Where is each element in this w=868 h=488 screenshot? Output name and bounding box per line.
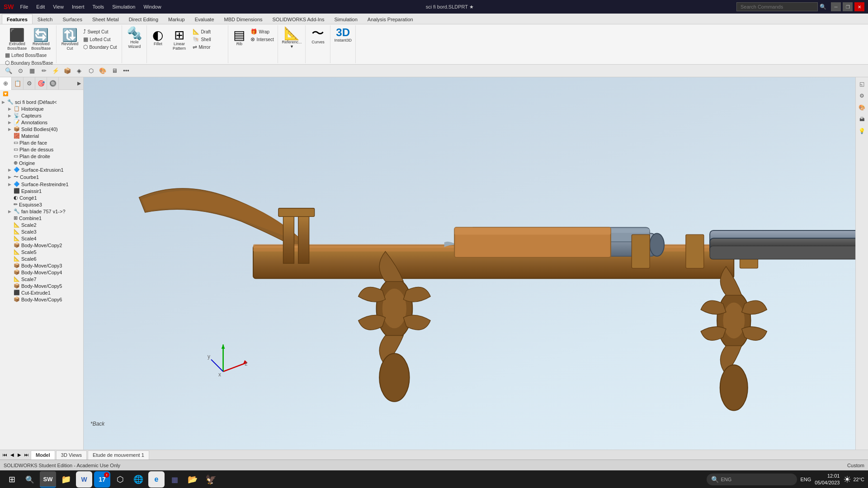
tree-item[interactable]: ▶🔧sci fi bord (Défaut< bbox=[0, 99, 83, 105]
tree-item[interactable]: ▭Plan de droite bbox=[0, 153, 83, 160]
tree-item[interactable]: ▶〜Courbe1 bbox=[0, 173, 83, 181]
taskbar-search[interactable]: 🔍 bbox=[22, 471, 38, 488]
tree-item[interactable]: 📐Scale6 bbox=[0, 255, 83, 262]
btn-swept-cut[interactable]: ⤴ Swept Cut bbox=[82, 28, 118, 35]
minimize-button[interactable]: ─ bbox=[831, 2, 841, 11]
tab-3d-views[interactable]: 3D Views bbox=[56, 450, 87, 460]
menu-item-simulation[interactable]: Simulation bbox=[110, 3, 137, 10]
btn-boundary-boss[interactable]: ⬡ Boundary Boss/Base bbox=[4, 59, 54, 66]
taskbar-badge17[interactable]: 17 ! bbox=[94, 471, 110, 488]
panel-tab-display[interactable]: 🔘 bbox=[47, 77, 59, 90]
menu-item-file[interactable]: File bbox=[19, 3, 30, 10]
tree-item[interactable]: ⬛Epaissir1 bbox=[0, 188, 83, 194]
tab-motion-study[interactable]: Etude de mouvement 1 bbox=[88, 450, 149, 460]
tab-analysis-preparation[interactable]: Analysis Preparation bbox=[363, 14, 418, 24]
taskbar-hexapp[interactable]: ⬡ bbox=[112, 471, 128, 488]
tree-item[interactable]: 📦Body-Move/Copy5 bbox=[0, 282, 83, 289]
tree-item[interactable]: ◐Congé1 bbox=[0, 194, 83, 201]
close-button[interactable]: ✕ bbox=[854, 2, 864, 11]
panel-tab-feature-manager[interactable]: ⊕ bbox=[0, 77, 12, 90]
menu-item-edit[interactable]: Edit bbox=[34, 3, 47, 10]
tab-simulation[interactable]: Simulation bbox=[329, 14, 362, 24]
nav-next[interactable]: ▶ bbox=[16, 452, 23, 458]
tree-item[interactable]: ⊞Combine1 bbox=[0, 215, 83, 221]
panel-expand-arrow[interactable]: ▶ bbox=[75, 77, 83, 90]
viewport[interactable]: x y z *Back bbox=[84, 77, 855, 450]
view-tool-display[interactable]: 🖥 bbox=[109, 66, 119, 76]
btn-wrap[interactable]: 🎁 Wrap bbox=[249, 28, 275, 35]
menu-item-insert[interactable]: Insert bbox=[70, 3, 86, 10]
tab-markup[interactable]: Markup bbox=[163, 14, 190, 24]
taskbar-teams[interactable]: ▦ bbox=[166, 471, 183, 488]
tab-sketch[interactable]: Sketch bbox=[33, 14, 58, 24]
taskbar-eagle[interactable]: 🦅 bbox=[203, 471, 219, 488]
taskbar-solidworks[interactable]: SW bbox=[40, 471, 56, 488]
btn-hole-wizard[interactable]: 🔩 HoleWizard bbox=[125, 26, 144, 50]
menu-item-view[interactable]: View bbox=[51, 3, 66, 10]
tree-item[interactable]: ⊕Origine bbox=[0, 160, 83, 166]
tree-item[interactable]: ▭Plan de dessus bbox=[0, 146, 83, 153]
tree-item[interactable]: 📐Scale4 bbox=[0, 235, 83, 242]
tree-item[interactable]: 📐Scale3 bbox=[0, 228, 83, 235]
tree-item[interactable]: 📦Body-Move/Copy3 bbox=[0, 262, 83, 269]
tab-surfaces[interactable]: Surfaces bbox=[58, 14, 87, 24]
view-tool-pen[interactable]: ✏ bbox=[39, 66, 49, 76]
taskbar-chrome[interactable]: 🌐 bbox=[130, 471, 146, 488]
btn-lofted-boss[interactable]: ▦ Lofted Boss/Base bbox=[4, 52, 54, 59]
btn-revolved-cut[interactable]: 🔃 RevolvedCut bbox=[58, 28, 81, 52]
right-btn-view-cube[interactable]: ◱ bbox=[857, 79, 867, 89]
nav-prev[interactable]: ◀ bbox=[9, 452, 15, 458]
btn-reference[interactable]: 📐 Referenc...▼ bbox=[280, 26, 303, 50]
nav-last[interactable]: ⏭ bbox=[24, 452, 30, 458]
view-tool-ellipsis[interactable]: ••• bbox=[121, 66, 131, 76]
tree-item[interactable]: 📐Scale7 bbox=[0, 276, 83, 282]
panel-tab-property[interactable]: 📋 bbox=[12, 77, 24, 90]
btn-lofted-cut[interactable]: ▦ Lofted Cut bbox=[82, 36, 118, 43]
btn-rib[interactable]: ▤ Rib bbox=[230, 28, 248, 47]
btn-shell[interactable]: 🐚 Shell bbox=[191, 36, 212, 43]
tab-features[interactable]: Features bbox=[2, 14, 33, 24]
tab-mbd-dimensions[interactable]: MBD Dimensions bbox=[219, 14, 268, 24]
nav-first[interactable]: ⏮ bbox=[2, 452, 8, 458]
taskbar-word[interactable]: W bbox=[76, 471, 92, 488]
btn-revolved-boss[interactable]: 🔄 RevolvedBoss/Base bbox=[29, 28, 52, 52]
tree-item[interactable]: 🧱Material bbox=[0, 132, 83, 139]
tree-item[interactable]: ⬛Cut-Extrude1 bbox=[0, 289, 83, 296]
tree-item[interactable]: ▭Plan de face bbox=[0, 139, 83, 146]
btn-linear-pattern[interactable]: ⊞ LinearPattern bbox=[168, 28, 190, 52]
tree-item[interactable]: ✏Esquisse3 bbox=[0, 201, 83, 208]
right-btn-appearance[interactable]: 🎨 bbox=[857, 103, 867, 113]
tab-evaluate[interactable]: Evaluate bbox=[190, 14, 219, 24]
btn-extruded-boss[interactable]: ⬛ ExtrudedBoss/Base bbox=[5, 28, 28, 52]
tree-item[interactable]: ▶🔧fan blade 757 v1->? bbox=[0, 208, 83, 215]
taskbar-explorer[interactable]: 📁 bbox=[58, 471, 74, 488]
tree-item[interactable]: 📦Body-Move/Copy2 bbox=[0, 242, 83, 249]
menu-item-tools[interactable]: Tools bbox=[90, 3, 106, 10]
menu-item-window[interactable]: Window bbox=[142, 3, 163, 10]
taskbar-start[interactable]: ⊞ bbox=[4, 471, 20, 488]
btn-instant3d[interactable]: 3D Instant3D bbox=[332, 26, 354, 43]
view-tool-target[interactable]: ⊙ bbox=[15, 66, 25, 76]
taskbar-edge[interactable]: e bbox=[148, 471, 165, 488]
btn-fillet[interactable]: ◐ Fillet bbox=[149, 28, 167, 47]
panel-tab-dxf[interactable]: 🎯 bbox=[35, 77, 47, 90]
tree-item[interactable]: ▶📝Annotations bbox=[0, 119, 83, 126]
tree-item[interactable]: 📦Body-Move/Copy4 bbox=[0, 269, 83, 276]
tree-item[interactable]: ▶🔷Surface-Restreindre1 bbox=[0, 181, 83, 188]
tree-item[interactable]: 📐Scale5 bbox=[0, 249, 83, 255]
panel-tab-configuration[interactable]: ⚙ bbox=[24, 77, 35, 90]
view-tool-grid[interactable]: ▦ bbox=[27, 66, 37, 76]
taskbar-search-box[interactable]: 🔍 ENG bbox=[707, 474, 797, 485]
btn-curves[interactable]: 〜 Curves bbox=[310, 26, 326, 45]
tree-item[interactable]: ▶📋Historique bbox=[0, 105, 83, 112]
tree-item[interactable]: ▶📡Capteurs bbox=[0, 112, 83, 119]
right-btn-lights[interactable]: 💡 bbox=[857, 126, 867, 136]
view-tool-lightning[interactable]: ⚡ bbox=[51, 66, 61, 76]
view-tool-search[interactable]: 🔍 bbox=[4, 66, 14, 76]
btn-draft[interactable]: 📐 Draft bbox=[191, 28, 212, 35]
maximize-button[interactable]: ❐ bbox=[843, 2, 853, 11]
search-input[interactable] bbox=[736, 2, 818, 11]
view-tool-diamond[interactable]: ◈ bbox=[74, 66, 84, 76]
btn-intersect[interactable]: ⊗ Intersect bbox=[249, 36, 275, 43]
tab-solidworks-addins[interactable]: SOLIDWORKS Add-Ins bbox=[268, 14, 330, 24]
